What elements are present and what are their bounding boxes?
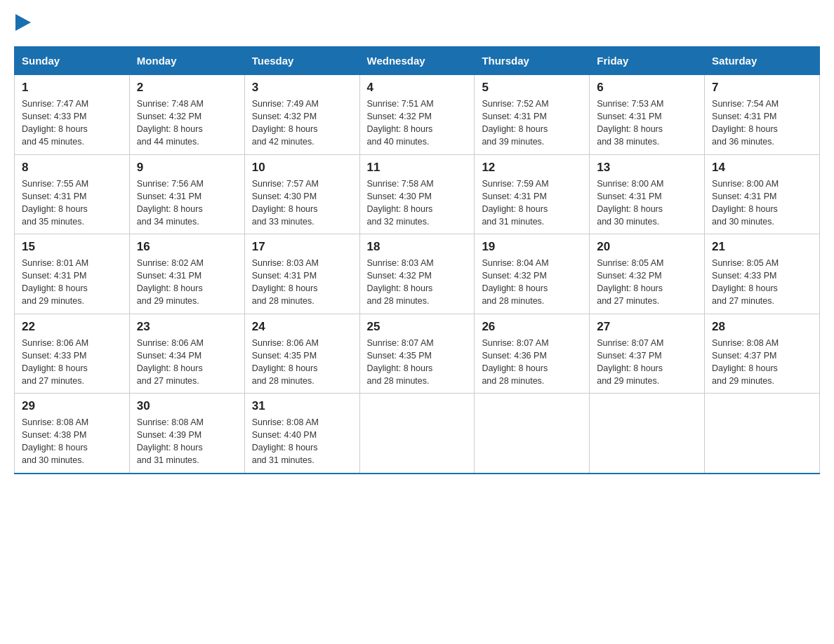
calendar-week-row: 8Sunrise: 7:55 AMSunset: 4:31 PMDaylight…	[15, 154, 820, 234]
day-info: Sunrise: 8:01 AMSunset: 4:31 PMDaylight:…	[22, 257, 122, 308]
calendar-week-row: 29Sunrise: 8:08 AMSunset: 4:38 PMDayligh…	[15, 394, 820, 474]
day-number: 5	[482, 81, 582, 95]
calendar-cell: 13Sunrise: 8:00 AMSunset: 4:31 PMDayligh…	[590, 154, 705, 234]
day-info: Sunrise: 8:08 AMSunset: 4:38 PMDaylight:…	[22, 416, 122, 467]
day-number: 15	[22, 240, 122, 254]
calendar-cell: 4Sunrise: 7:51 AMSunset: 4:32 PMDaylight…	[359, 74, 475, 154]
calendar-cell: 28Sunrise: 8:08 AMSunset: 4:37 PMDayligh…	[705, 314, 820, 394]
day-number: 8	[22, 161, 122, 175]
day-info: Sunrise: 8:02 AMSunset: 4:31 PMDaylight:…	[137, 257, 237, 308]
calendar-cell: 11Sunrise: 7:58 AMSunset: 4:30 PMDayligh…	[359, 154, 475, 234]
day-info: Sunrise: 7:48 AMSunset: 4:32 PMDaylight:…	[137, 98, 237, 149]
page-header	[14, 14, 820, 32]
day-number: 12	[482, 161, 582, 175]
day-number: 7	[712, 81, 812, 95]
day-info: Sunrise: 8:08 AMSunset: 4:40 PMDaylight:…	[252, 416, 352, 467]
day-number: 22	[22, 320, 122, 334]
day-info: Sunrise: 7:47 AMSunset: 4:33 PMDaylight:…	[22, 98, 122, 149]
day-info: Sunrise: 8:04 AMSunset: 4:32 PMDaylight:…	[482, 257, 582, 308]
calendar-cell	[590, 394, 705, 474]
day-info: Sunrise: 8:08 AMSunset: 4:37 PMDaylight:…	[712, 337, 812, 388]
day-info: Sunrise: 7:53 AMSunset: 4:31 PMDaylight:…	[597, 98, 697, 149]
day-number: 16	[137, 240, 237, 254]
day-number: 17	[252, 240, 352, 254]
day-number: 18	[367, 240, 468, 254]
calendar-cell: 10Sunrise: 7:57 AMSunset: 4:30 PMDayligh…	[244, 154, 359, 234]
day-number: 19	[482, 240, 582, 254]
day-number: 2	[137, 81, 237, 95]
calendar-cell: 21Sunrise: 8:05 AMSunset: 4:33 PMDayligh…	[705, 234, 820, 314]
calendar-cell: 7Sunrise: 7:54 AMSunset: 4:31 PMDaylight…	[705, 74, 820, 154]
day-info: Sunrise: 7:55 AMSunset: 4:31 PMDaylight:…	[22, 177, 122, 229]
calendar-cell: 17Sunrise: 8:03 AMSunset: 4:31 PMDayligh…	[244, 234, 359, 314]
calendar-cell: 19Sunrise: 8:04 AMSunset: 4:32 PMDayligh…	[475, 234, 590, 314]
calendar-week-row: 15Sunrise: 8:01 AMSunset: 4:31 PMDayligh…	[15, 234, 820, 314]
day-info: Sunrise: 7:54 AMSunset: 4:31 PMDaylight:…	[712, 98, 812, 149]
day-number: 28	[712, 320, 812, 334]
day-number: 1	[22, 81, 122, 95]
calendar-cell: 25Sunrise: 8:07 AMSunset: 4:35 PMDayligh…	[359, 314, 475, 394]
day-number: 14	[712, 161, 812, 175]
day-info: Sunrise: 8:07 AMSunset: 4:37 PMDaylight:…	[597, 337, 697, 388]
calendar-week-row: 22Sunrise: 8:06 AMSunset: 4:33 PMDayligh…	[15, 314, 820, 394]
column-header-wednesday: Wednesday	[359, 47, 475, 74]
day-info: Sunrise: 8:03 AMSunset: 4:31 PMDaylight:…	[252, 257, 352, 308]
day-info: Sunrise: 7:49 AMSunset: 4:32 PMDaylight:…	[252, 98, 352, 149]
logo	[14, 14, 31, 32]
day-info: Sunrise: 8:06 AMSunset: 4:33 PMDaylight:…	[22, 337, 122, 388]
day-info: Sunrise: 8:06 AMSunset: 4:35 PMDaylight:…	[252, 337, 352, 388]
column-header-tuesday: Tuesday	[244, 47, 359, 74]
day-info: Sunrise: 8:03 AMSunset: 4:32 PMDaylight:…	[367, 257, 468, 308]
calendar-cell: 2Sunrise: 7:48 AMSunset: 4:32 PMDaylight…	[129, 74, 244, 154]
day-number: 10	[252, 161, 352, 175]
calendar-cell: 8Sunrise: 7:55 AMSunset: 4:31 PMDaylight…	[15, 154, 130, 234]
day-info: Sunrise: 7:51 AMSunset: 4:32 PMDaylight:…	[367, 98, 468, 149]
svg-marker-0	[15, 14, 31, 31]
day-info: Sunrise: 7:58 AMSunset: 4:30 PMDaylight:…	[367, 177, 468, 229]
day-info: Sunrise: 8:06 AMSunset: 4:34 PMDaylight:…	[137, 337, 237, 388]
day-number: 23	[137, 320, 237, 334]
day-number: 24	[252, 320, 352, 334]
calendar-cell: 18Sunrise: 8:03 AMSunset: 4:32 PMDayligh…	[359, 234, 475, 314]
calendar-cell: 22Sunrise: 8:06 AMSunset: 4:33 PMDayligh…	[15, 314, 130, 394]
column-header-friday: Friday	[590, 47, 705, 74]
calendar-week-row: 1Sunrise: 7:47 AMSunset: 4:33 PMDaylight…	[15, 74, 820, 154]
calendar-cell	[475, 394, 590, 474]
calendar-cell	[359, 394, 475, 474]
logo-arrow-icon	[15, 14, 31, 31]
day-info: Sunrise: 8:05 AMSunset: 4:32 PMDaylight:…	[597, 257, 697, 308]
day-info: Sunrise: 8:08 AMSunset: 4:39 PMDaylight:…	[137, 416, 237, 467]
calendar-cell: 9Sunrise: 7:56 AMSunset: 4:31 PMDaylight…	[129, 154, 244, 234]
day-number: 3	[252, 81, 352, 95]
day-info: Sunrise: 7:56 AMSunset: 4:31 PMDaylight:…	[137, 177, 237, 229]
column-header-thursday: Thursday	[475, 47, 590, 74]
calendar-cell: 14Sunrise: 8:00 AMSunset: 4:31 PMDayligh…	[705, 154, 820, 234]
calendar-cell: 12Sunrise: 7:59 AMSunset: 4:31 PMDayligh…	[475, 154, 590, 234]
day-info: Sunrise: 7:59 AMSunset: 4:31 PMDaylight:…	[482, 177, 582, 229]
day-info: Sunrise: 7:57 AMSunset: 4:30 PMDaylight:…	[252, 177, 352, 229]
calendar-cell: 5Sunrise: 7:52 AMSunset: 4:31 PMDaylight…	[475, 74, 590, 154]
column-header-monday: Monday	[129, 47, 244, 74]
calendar-cell	[705, 394, 820, 474]
day-info: Sunrise: 8:07 AMSunset: 4:35 PMDaylight:…	[367, 337, 468, 388]
day-number: 25	[367, 320, 468, 334]
calendar-cell: 6Sunrise: 7:53 AMSunset: 4:31 PMDaylight…	[590, 74, 705, 154]
calendar-cell: 24Sunrise: 8:06 AMSunset: 4:35 PMDayligh…	[244, 314, 359, 394]
calendar-cell: 1Sunrise: 7:47 AMSunset: 4:33 PMDaylight…	[15, 74, 130, 154]
calendar-cell: 15Sunrise: 8:01 AMSunset: 4:31 PMDayligh…	[15, 234, 130, 314]
day-number: 27	[597, 320, 697, 334]
day-number: 29	[22, 399, 122, 413]
calendar-cell: 29Sunrise: 8:08 AMSunset: 4:38 PMDayligh…	[15, 394, 130, 474]
calendar-cell: 26Sunrise: 8:07 AMSunset: 4:36 PMDayligh…	[475, 314, 590, 394]
calendar-cell: 27Sunrise: 8:07 AMSunset: 4:37 PMDayligh…	[590, 314, 705, 394]
day-number: 9	[137, 161, 237, 175]
day-number: 11	[367, 161, 468, 175]
column-header-saturday: Saturday	[705, 47, 820, 74]
calendar-cell: 3Sunrise: 7:49 AMSunset: 4:32 PMDaylight…	[244, 74, 359, 154]
day-number: 31	[252, 399, 352, 413]
column-header-sunday: Sunday	[15, 47, 130, 74]
calendar-cell: 30Sunrise: 8:08 AMSunset: 4:39 PMDayligh…	[129, 394, 244, 474]
day-info: Sunrise: 8:07 AMSunset: 4:36 PMDaylight:…	[482, 337, 582, 388]
calendar-table: SundayMondayTuesdayWednesdayThursdayFrid…	[14, 46, 820, 474]
day-number: 4	[367, 81, 468, 95]
